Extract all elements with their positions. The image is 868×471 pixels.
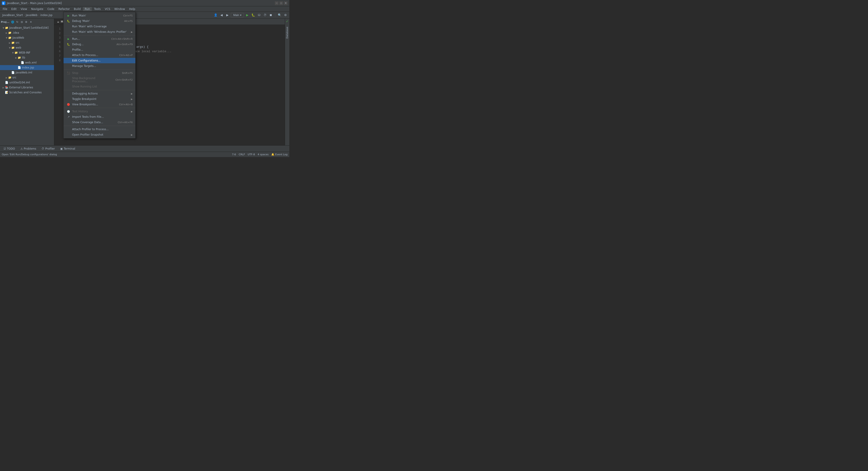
breadcrumb-project[interactable]: JavaBean_Start [2, 13, 23, 17]
tree-item-lib[interactable]: ▶ 📁 lib [0, 55, 54, 60]
tree-item-web[interactable]: ▼ 📁 web [0, 45, 54, 50]
menu-run-async-profiler[interactable]: Run 'Main' with 'Windows Async Profiler' [64, 29, 135, 35]
sidebar-globe-button[interactable]: 🌐 [11, 20, 15, 24]
bottom-tab-terminal[interactable]: ▣ Terminal [59, 147, 77, 151]
menu-view[interactable]: View [19, 7, 29, 11]
tree-item-webxml[interactable]: 📄 web.xml [0, 60, 54, 65]
tree-item-src[interactable]: ▶ 📁 src [0, 40, 54, 45]
tree-arrow-ext: ▶ [2, 86, 5, 89]
settings-button[interactable]: ⚙ [283, 13, 288, 18]
tree-label-webxml: web.xml [25, 61, 37, 64]
bottom-tab-profiler[interactable]: ⏱ Profiler [40, 147, 57, 151]
menu-navigate[interactable]: Navigate [29, 7, 45, 11]
menu-coverage-data[interactable]: Show Coverage Data... Ctrl+Alt+F6 [64, 120, 135, 125]
encoding-indicator[interactable]: UTF-8 [248, 153, 255, 156]
tree-label-root: JavaBean_Start [untitled104] [9, 26, 49, 29]
tree-item-scratches[interactable]: 📝 Scratches and Consoles [0, 90, 54, 95]
menu-vcs[interactable]: VCS [103, 7, 112, 11]
debug-button[interactable]: 🐛 [251, 13, 256, 18]
sidebar-collapse-button[interactable]: ⊟ [20, 20, 24, 24]
position-indicator[interactable]: 7:6 [232, 153, 236, 156]
account-button[interactable]: 👤 [213, 13, 218, 18]
menu-toggle-bp[interactable]: Toggle Breakpoint [64, 96, 135, 102]
indent-indicator[interactable]: 4 spaces [258, 153, 269, 156]
tree-label-webinf: WEB-INF [19, 51, 30, 54]
tree-item-javaweb-iml[interactable]: 📄 JavaWeb.iml [0, 70, 54, 75]
menu-debug-dots[interactable]: 🐛 Debug... Alt+Shift+F9 [64, 41, 135, 47]
bottom-tab-todo[interactable]: ☑ TODO [2, 147, 17, 151]
search-button[interactable]: 🔍 [277, 13, 282, 18]
menu-help[interactable]: Help [127, 7, 137, 11]
terminal-icon: ▣ [60, 147, 63, 150]
coverage-button[interactable]: ⛁ [256, 13, 261, 18]
minimize-button[interactable]: ─ [275, 1, 278, 5]
menu-code[interactable]: Code [46, 7, 56, 11]
tree-item-external-libs[interactable]: ▶ 📚 External Libraries [0, 85, 54, 90]
line-ending-indicator[interactable]: CRLF [239, 153, 245, 156]
close-button[interactable]: ✕ [284, 1, 287, 5]
back-button[interactable]: ◀ [219, 13, 224, 18]
run-button[interactable]: ▶ [245, 13, 250, 18]
title-bar-controls[interactable]: ─ □ ✕ [275, 1, 287, 5]
database-tab[interactable]: Database [285, 25, 289, 40]
menu-manage-targets[interactable]: Manage Targets... [64, 63, 135, 69]
menu-build[interactable]: Build [72, 7, 83, 11]
menu-view-bp[interactable]: 🔴 View Breakpoints... Ctrl+Alt+B [64, 102, 135, 107]
tree-item-webinf[interactable]: ▼ 📁 WEB-INF [0, 50, 54, 55]
menu-run-coverage[interactable]: Run 'Main' with Coverage [64, 24, 135, 29]
tree-label-src: src [16, 41, 20, 44]
run-config-button[interactable]: Main ▾ [231, 13, 244, 18]
tree-item-indexjsp[interactable]: 📄 index.jsp [0, 65, 54, 70]
menu-profiler-snapshot[interactable]: Open Profiler Snapshot [64, 132, 135, 137]
tab-icon: ☕ [57, 20, 59, 23]
tree-label-javaweb-iml: JavaWeb.iml [16, 71, 32, 74]
run-async-label: Run 'Main' with 'Windows Async Profiler' [72, 30, 129, 33]
menu-edit-configs[interactable]: Edit Configurations... [64, 58, 135, 63]
event-log[interactable]: 🔔 Event Log [271, 153, 287, 156]
tree-label-iml: untitled104.iml [9, 81, 30, 84]
tree-item-idea[interactable]: ▶ 📁 .idea [0, 30, 54, 35]
profile-button[interactable]: ⏱ [262, 13, 268, 18]
right-panel: ✓ Database [285, 19, 289, 145]
terminal-label: Terminal [64, 147, 75, 150]
tree-item-javaweb[interactable]: ▼ 📁 JavaWeb [0, 35, 54, 40]
attach-process-shortcut: Ctrl+Alt+P [119, 54, 133, 57]
run-dots-shortcut: Ctrl+Alt+Shift+R [111, 37, 133, 40]
menu-debug-main[interactable]: 🐛 Debug 'Main' Alt+F5 [64, 18, 135, 24]
import-tests-icon: ↗ [66, 116, 71, 119]
menu-run[interactable]: Run [83, 7, 92, 11]
tree-arrow-src2: ▶ [5, 76, 8, 79]
breadcrumb-web[interactable]: JavaWeb [26, 13, 37, 17]
tree-item-root[interactable]: ▼ 📁 JavaBean_Start [untitled104] [0, 25, 54, 30]
menu-debug-actions[interactable]: Debugging Actions [64, 91, 135, 96]
menu-run-dots[interactable]: ▶ Run... Ctrl+Alt+Shift+R [64, 36, 135, 41]
menu-window[interactable]: Window [113, 7, 127, 11]
forward-button[interactable]: ▶ [225, 13, 230, 18]
sidebar-close-button[interactable]: ✕ [29, 20, 33, 24]
tree-item-src2[interactable]: ▶ 📁 src [0, 75, 54, 80]
menu-import-tests[interactable]: ↗ Import Tests from File... [64, 114, 135, 120]
stop-button[interactable]: ⏹ [268, 13, 273, 18]
breadcrumb-file[interactable]: index.jsp [40, 13, 53, 17]
tree-item-iml[interactable]: 📄 untitled104.iml [0, 80, 54, 85]
import-tests-label: Import Tests from File... [72, 115, 133, 119]
menu-tools[interactable]: Tools [92, 7, 103, 11]
menu-attach-process[interactable]: Attach to Process... Ctrl+Alt+P [64, 53, 135, 58]
status-right: 7:6 CRLF UTF-8 4 spaces 🔔 Event Log [232, 153, 287, 156]
test-history-icon: 🕐 [66, 110, 71, 113]
stop-bg-label: Stop Background Processes... [72, 76, 111, 83]
sidebar-sync-button[interactable]: ↻ [15, 20, 19, 24]
menu-edit[interactable]: Edit [9, 7, 18, 11]
maximize-button[interactable]: □ [279, 1, 283, 5]
run-dots-icon: ▶ [66, 37, 71, 40]
bottom-tab-problems[interactable]: ⚠ Problems [19, 147, 38, 151]
sidebar-settings-button[interactable]: ⚙ [24, 20, 28, 24]
menu-file[interactable]: File [1, 7, 9, 11]
menu-attach-profiler[interactable]: Attach Profiler to Process... [64, 127, 135, 132]
debug-dots-icon: 🐛 [66, 43, 71, 46]
menu-run-main[interactable]: ▶ Run 'Main' Ctrl+F5 [64, 13, 135, 18]
folder-icon-web: 📁 [11, 46, 15, 49]
menu-profile-dots[interactable]: Profile... [64, 47, 135, 53]
menu-refactor[interactable]: Refactor [57, 7, 71, 11]
tree-arrow-src: ▶ [8, 41, 11, 44]
